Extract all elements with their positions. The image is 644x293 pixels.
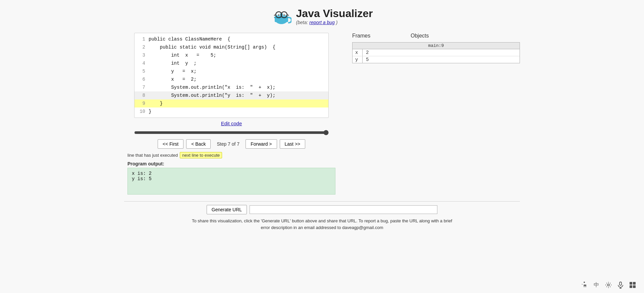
code-line-9: 9 } — [135, 99, 328, 107]
url-input[interactable] — [250, 205, 437, 214]
edit-code-link[interactable]: Edit code — [221, 121, 242, 126]
right-panel: Frames Objects main:9x2y5 — [339, 33, 520, 195]
svg-point-12 — [584, 282, 585, 283]
frame-var-name: x — [353, 49, 363, 56]
frame-title: main:9 — [353, 43, 520, 49]
frame-var-row: x2 — [353, 49, 520, 56]
line-number: 7 — [136, 85, 145, 90]
line-code: System.out.println("y is: " + y); — [149, 93, 275, 98]
generate-url-row: Generate URL — [207, 205, 437, 214]
svg-rect-19 — [630, 285, 632, 288]
main-layout: 1public class ClassNameHere {2 public st… — [124, 33, 520, 195]
svg-rect-17 — [630, 282, 632, 285]
line-number: 9 — [136, 101, 145, 106]
step-slider[interactable] — [134, 130, 329, 135]
bottom-right-icons: 中 — [580, 280, 637, 290]
line-number: 1 — [136, 36, 145, 42]
svg-point-11 — [283, 14, 285, 16]
logo-icon — [271, 6, 291, 26]
app-subtitle: (beta: report a bug ) — [296, 20, 373, 25]
svg-rect-20 — [633, 285, 636, 288]
frames-label: Frames — [352, 33, 370, 39]
frame-var-row: y5 — [353, 56, 520, 63]
settings-icon[interactable] — [604, 280, 613, 290]
first-button[interactable]: << First — [158, 139, 183, 149]
code-line-3: 3 int x = 5; — [135, 51, 328, 59]
frame-box: main:9x2y5 — [352, 42, 520, 63]
frame-var-value: 2 — [363, 49, 372, 56]
line-number: 5 — [136, 69, 145, 74]
mic-icon[interactable] — [616, 280, 625, 290]
line-code: public static void main(String[] args) { — [149, 45, 275, 50]
frames-objects-header: Frames Objects — [352, 33, 520, 39]
svg-rect-18 — [633, 282, 636, 285]
code-line-8: 8 System.out.println("y is: " + y); — [135, 91, 328, 99]
legend-executed-text: line that has just executed — [127, 153, 178, 158]
chinese-icon[interactable]: 中 — [592, 280, 601, 290]
header-title-block: Java Visualizer (beta: report a bug ) — [296, 7, 373, 25]
code-line-2: 2 public static void main(String[] args)… — [135, 43, 328, 51]
step-label: Step 7 of 7 — [213, 140, 243, 148]
generate-url-button[interactable]: Generate URL — [207, 205, 247, 214]
code-line-4: 4 int y ; — [135, 59, 328, 67]
code-line-10: 10} — [135, 107, 328, 116]
line-number: 10 — [136, 109, 145, 114]
program-output-label: Program output: — [127, 161, 339, 166]
svg-rect-14 — [620, 282, 622, 285]
code-line-6: 6 x = 2; — [135, 75, 328, 83]
bottom-section: Generate URL To share this visualization… — [124, 201, 520, 231]
program-output-box: x is: 2 y is: 5 — [127, 168, 335, 195]
code-editor: 1public class ClassNameHere {2 public st… — [134, 33, 329, 118]
objects-label: Objects — [411, 33, 429, 39]
edit-code-container: Edit code — [134, 121, 329, 127]
report-bug-link[interactable]: report a bug — [309, 20, 335, 25]
app-title: Java Visualizer — [296, 7, 373, 20]
svg-point-10 — [278, 14, 279, 16]
left-panel: 1public class ClassNameHere {2 public st… — [124, 33, 339, 195]
svg-point-13 — [607, 284, 609, 286]
accessibility-icon[interactable] — [580, 280, 589, 290]
line-number: 3 — [136, 53, 145, 58]
legend-next-text: next line to execute — [180, 152, 222, 158]
back-button[interactable]: < Back — [186, 139, 211, 149]
share-instructions: To share this visualization, click the '… — [191, 218, 453, 231]
navigation-buttons: << First < Back Step 7 of 7 Forward > La… — [134, 139, 329, 149]
code-line-1: 1public class ClassNameHere { — [135, 35, 328, 43]
line-code: int x = 5; — [149, 53, 216, 58]
line-number: 4 — [136, 61, 145, 66]
line-number: 2 — [136, 45, 145, 50]
step-slider-container — [134, 130, 329, 137]
forward-button[interactable]: Forward > — [246, 139, 277, 149]
line-code: public class ClassNameHere { — [149, 36, 230, 42]
line-code: x = 2; — [149, 77, 197, 82]
frame-var-name: y — [353, 56, 363, 63]
legend-row: line that has just executed next line to… — [127, 152, 339, 158]
line-code: int y ; — [149, 61, 197, 66]
line-number: 8 — [136, 93, 145, 98]
line-number: 6 — [136, 77, 145, 82]
grid-icon[interactable] — [628, 280, 637, 290]
code-line-7: 7 System.out.println("x is: " + x); — [135, 83, 328, 91]
line-code: } — [149, 109, 151, 114]
frame-var-value: 5 — [363, 56, 372, 63]
line-code: } — [149, 101, 163, 106]
line-code: y = x; — [149, 69, 197, 74]
header: Java Visualizer (beta: report a bug ) — [271, 0, 373, 29]
code-line-5: 5 y = x; — [135, 67, 328, 75]
line-code: System.out.println("x is: " + x); — [149, 85, 275, 90]
last-button[interactable]: Last >> — [280, 139, 306, 149]
